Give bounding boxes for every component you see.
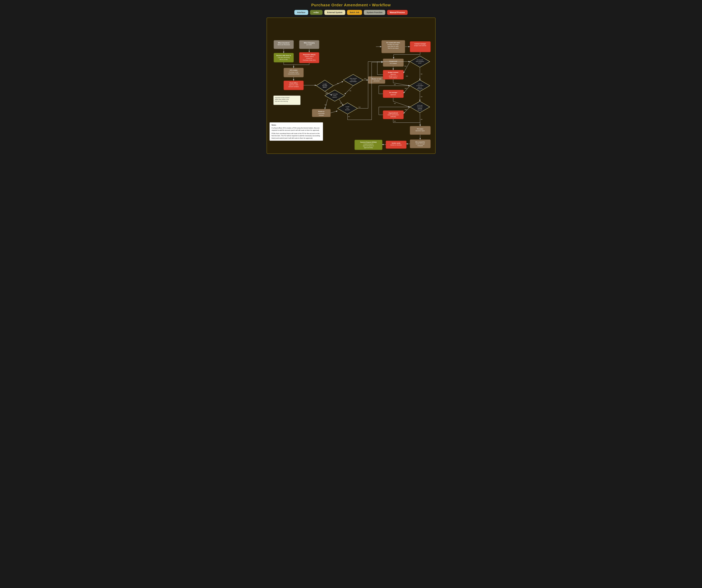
svg-text:Pending CM Assign-: Pending CM Assign- [387,44,399,45]
svg-text:YES: YES [404,88,407,89]
svg-text:invoice or eInvoice: invoice or eInvoice [390,144,401,146]
svg-text:Separation of duty reviewer: Separation of duty reviewer [275,97,289,98]
svg-text:required?: required? [332,97,337,98]
legend: Interface e-doc External System Batch Jo… [266,10,436,15]
svg-text:Purchase Order: Purchase Order [289,71,299,73]
svg-text:amount?: amount? [418,109,422,111]
svg-text:employee?: employee? [417,88,423,89]
svg-text:approval based on: approval based on [363,145,374,146]
svg-line-147 [403,86,410,93]
svg-text:under analysis): under analysis) [389,77,397,78]
svg-text:vendor through: vendor through [416,143,425,144]
svg-text:YES: YES [358,107,360,108]
svg-text:ment (see PO work-: ment (see PO work- [387,46,399,47]
svg-text:PO created with status: PO created with status [386,42,400,43]
svg-text:Vendor sends: Vendor sends [391,142,400,144]
svg-text:Tax manager: Tax manager [389,92,397,93]
svg-text:review: review [333,95,336,96]
legend-interface: Interface [294,10,308,15]
svg-text:funds?: funds? [418,63,422,64]
legend-system: System Function [364,10,385,15]
svg-line-115 [345,86,353,94]
notes-title: Notes: [272,124,321,126]
svg-text:YES: YES [404,109,407,110]
svg-text:review (transaction: review (transaction [387,114,399,116]
svg-text:Is PO over: Is PO over [417,105,423,106]
legend-external: External System [324,10,345,15]
page-title: Purchase Order Amendment • Workflow [266,3,436,7]
svg-text:NO: NO [421,119,422,120]
svg-text:Is PO to: Is PO to [418,84,422,85]
svg-text:NO: NO [394,121,396,122]
svg-text:reviewer: reviewer [319,114,324,116]
svg-text:YES: YES [404,66,406,67]
svg-text:Purchase Order (PO): Purchase Order (PO) [303,59,316,61]
svg-text:alien or: alien or [418,87,422,88]
svg-text:Requisition (REQS): Requisition (REQS) [303,54,315,55]
svg-text:have insufficient: have insufficient [416,61,424,62]
svg-line-119 [325,99,328,109]
svg-text:less than: less than [322,85,327,86]
svg-text:Does account: Does account [350,78,357,79]
notes-text-1: If a fiscal officer (FO) creates a POA u… [272,127,321,131]
svg-text:(RCVL) e-doc: (RCVL) e-doc [279,58,288,60]
svg-text:NO: NO [348,116,350,117]
svg-text:Commodity: Commodity [332,93,338,95]
svg-text:Routes to: Routes to [318,111,324,112]
svg-text:authority: authority [418,108,422,109]
svg-text:Payment Request (PREQ): Payment Request (PREQ) [360,141,376,143]
svg-text:Unapproved: Unapproved [389,61,397,62]
svg-text:SciQuest: SciQuest [418,145,423,146]
svg-text:Is order: Is order [346,106,350,107]
svg-text:NO: NO [394,84,396,85]
svg-text:over: over [346,108,349,109]
svg-text:Is order: Is order [323,84,327,85]
svg-text:Line-Item Receiving: Line-Item Receiving [278,56,289,58]
legend-batch: Batch Job [347,10,362,15]
svg-text:Routes to C&G: Routes to C&G [372,78,381,80]
legend-manual: Manual Process [387,10,408,15]
svg-text:Contract manager: Contract manager [414,43,426,44]
legend-edoc: e-doc [310,10,323,15]
svg-text:When Changing: When Changing [304,42,315,44]
diagram-area: When Unordered Items are Received When C… [266,17,436,154]
svg-text:a nonresident: a nonresident [416,85,423,86]
svg-text:account numbers: account numbers [288,86,299,87]
svg-text:responsibility?: responsibility? [350,81,357,82]
svg-text:Budget reviewer: Budget reviewer [388,72,398,73]
svg-text:(budget review is: (budget review is [389,76,397,77]
svg-text:When Unordered: When Unordered [278,42,289,44]
svg-text:KFS creates: KFS creates [289,69,298,71]
svg-text:authority): authority) [390,116,396,117]
svg-text:have C&G: have C&G [351,79,356,81]
svg-text:becomes Open: becomes Open [416,130,425,131]
svg-text:NO: NO [421,74,422,75]
svg-text:NO: NO [394,103,396,104]
svg-text:NO: NO [349,90,351,92]
svg-text:YES: YES [324,104,327,106]
svg-text:transaction: transaction [417,106,423,108]
svg-text:created (requires: created (requires [363,143,373,145]
page-container: Purchase Order Amendment • Workflow Inte… [266,3,436,154]
svg-text:initiator selects: initiator selects [305,56,314,57]
svg-text:YES: YES [325,93,328,94]
svg-text:YES: YES [405,76,408,77]
svg-text:NO: NO [340,102,342,104]
svg-text:an Order: an Order [307,44,312,45]
svg-text:NO: NO [337,83,339,84]
svg-text:$10,000?: $10,000? [345,109,350,110]
svg-line-138 [403,62,410,73]
svg-text:processor: processor [374,80,380,82]
svg-text:flow for next steps): flow for next steps) [388,47,398,49]
svg-text:File created for: File created for [415,141,425,143]
svg-text:commodity: commodity [318,113,325,114]
svg-text:approves; adds: approves; adds [289,84,298,86]
svg-text:approves: approves [390,74,396,75]
svg-text:added when initiator is the: added when initiator is the [275,99,289,100]
svg-text:Amendment (POA): Amendment (POA) [288,73,299,75]
notes-text-2: POAs from unordered items will route to … [272,132,321,139]
svg-text:only one in the route log.: only one in the route log. [275,101,288,102]
svg-text:Fiscal officer: Fiscal officer [289,82,298,84]
svg-text:Do accounts: Do accounts [417,59,423,61]
svg-text:NO: NO [421,96,422,97]
